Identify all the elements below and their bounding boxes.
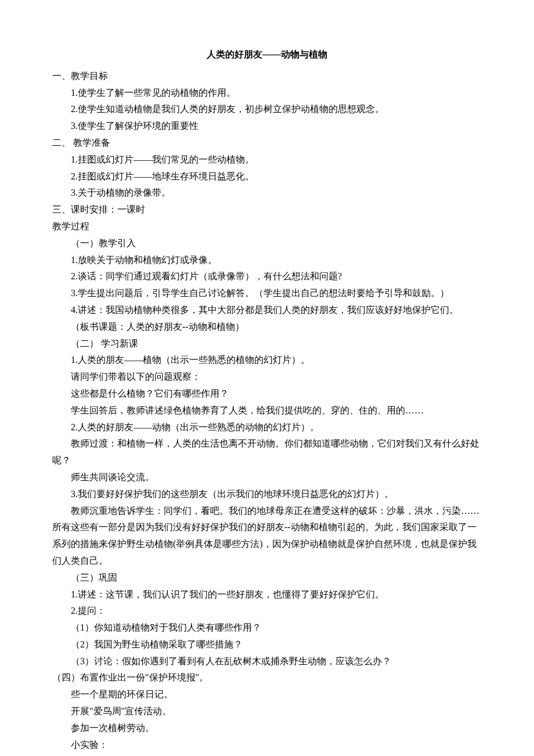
section-2-item-3: 3.关于动植物的录像带。	[52, 185, 482, 201]
section-1-heading: 一、教学目标	[52, 68, 482, 85]
sub2-p7: 师生共同谈论交流。	[52, 469, 482, 486]
section-2-item-2: 2.挂图或幻灯片——地球生存环境日益恶化。	[52, 168, 482, 185]
sub4-p1: 些一个星期的环保日记。	[52, 686, 482, 703]
sub3-p1: 1.讲述：这节课，我们认识了我们的一些好朋友，也懂得了要好好保护它们。	[52, 586, 482, 603]
sub3-q1: （1）你知道动植物对于我们人类有哪些作用？	[52, 620, 482, 636]
sub2-p2: 请同学们带着以下的问题观察：	[52, 369, 482, 386]
sub4-p3: 参加一次植树劳动。	[52, 720, 482, 737]
sub3-q2: （2）我国为野生动植物采取了哪些措施？	[52, 636, 482, 653]
sub2-p9: 教师沉重地告诉学生：同学们，看吧。我们的地球母亲正在遭受这样的破坏：沙暴，洪水，…	[52, 503, 482, 570]
section-2-heading: 二、 教学准备	[52, 135, 482, 152]
section-1-item-3: 3.使学生了解保护环境的重要性	[52, 118, 482, 135]
sub1-item-5: （板书课题：人类的好朋友--动物和植物）	[52, 319, 482, 336]
sub2-p3: 这些都是什么植物？它们有哪些作用？	[52, 386, 482, 402]
sub2-p1: 1.人类的朋友——植物（出示一些熟悉的植物的幻灯片）。	[52, 352, 482, 369]
sub1-title: （一）教学引入	[52, 235, 482, 252]
sub1-item-2: 2.谈话：同学们通过观看幻灯片（或录像带），有什么想法和问题?	[52, 268, 482, 285]
sub4-p2: 开展"爱鸟周"宣传活动。	[52, 703, 482, 720]
sub2-p6: 教师过渡：和植物一样，人类的生活也离不开动物。你们都知道哪些动物，它们对我们又有…	[52, 435, 482, 469]
sub2-p4: 学生回答后，教师讲述绿色植物养育了人类，给我们提供吃的、穿的、住的、用的……	[52, 402, 482, 419]
sub1-item-3: 3.学生提出问题后，引导学生自己讨论解答。（学生提出自己的想法时要给予引导和鼓励…	[52, 285, 482, 302]
sub2-title: （二） 学习新课	[52, 336, 482, 352]
sub1-item-1: 1.放映关于动物和植物幻灯或录像。	[52, 252, 482, 269]
section-2-item-1: 1.挂图或幻灯片——我们常见的一些动植物。	[52, 152, 482, 168]
section-3-heading: 三、课时安排：一课时	[52, 201, 482, 218]
sub4-p4: 小实验：	[52, 737, 482, 754]
sub2-p5: 2.人类的好朋友——动物（出示一些熟悉的动物的幻灯片）。	[52, 419, 482, 436]
document-title: 人类的好朋友——动物与植物	[52, 46, 482, 63]
section-1-item-2: 2.使学生知道动植物是我们人类的好朋友，初步树立保护动植物的思想观念。	[52, 101, 482, 118]
sub3-p2: 2.提问：	[52, 603, 482, 620]
process-heading: 教学过程	[52, 218, 482, 235]
sub4-title: （四）布置作业出一份"保护环境报"。	[52, 669, 482, 686]
sub4-p5: 取两只同样大小的水槽放入同样多的水，再分别放养几条鱼，其中一只水槽里再放入水草，…	[52, 753, 482, 756]
sub3-q3: （3）讨论：假如你遇到了看到有人在乱砍树木或捕杀野生动物，应该怎么办？	[52, 653, 482, 670]
sub3-title: （三）巩固	[52, 570, 482, 586]
sub1-item-4: 4.讲述：我国动植物种类很多，其中大部分都是我们人类的好朋友，我们应该好好地保护…	[52, 302, 482, 319]
section-1-item-1: 1.使学生了解一些常见的动植物的作用。	[52, 85, 482, 102]
sub2-p8: 3.我们要好好保护我们的这些朋友（出示我们的地球环境日益恶化的幻灯片）。	[52, 486, 482, 503]
